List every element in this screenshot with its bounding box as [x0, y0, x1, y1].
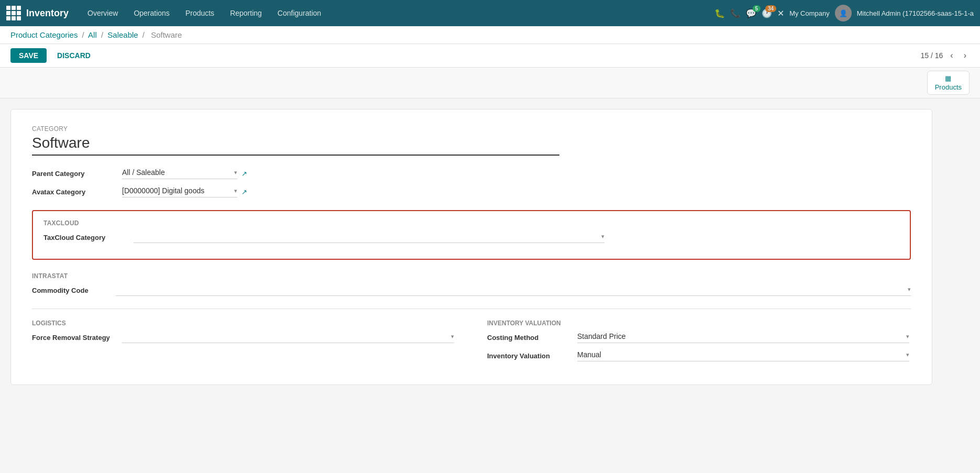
inventory-valuation-title: Inventory Valuation: [487, 320, 911, 327]
updates-badge: 34: [765, 5, 776, 12]
avatax-category-text: [D0000000] Digital goods: [122, 186, 232, 195]
inventory-valuation-value: Manual: [577, 350, 906, 359]
taxcloud-section: TaxCloud TaxCloud Category ▾: [32, 210, 911, 260]
taxcloud-category-label: TaxCloud Category: [43, 234, 127, 241]
breadcrumb-bar: Product Categories / All / Saleable / So…: [0, 26, 980, 44]
main-content: Category Software Parent Category All / …: [0, 98, 943, 395]
record-nav: 15 / 16 ‹ ›: [921, 49, 970, 62]
logistics-title: Logistics: [32, 320, 456, 327]
menu-operations[interactable]: Operations: [126, 6, 177, 20]
clock-icon[interactable]: 🕐 34: [762, 8, 772, 18]
menu-products[interactable]: Products: [178, 6, 222, 20]
force-removal-label: Force Removal Strategy: [32, 334, 116, 342]
costing-method-dropdown-icon: ▾: [906, 333, 909, 340]
prev-record-button[interactable]: ‹: [947, 49, 956, 62]
parent-category-value: All / Saleable ▾ ↗: [122, 168, 247, 179]
menu-overview[interactable]: Overview: [80, 6, 125, 20]
category-section: Category Software: [32, 125, 911, 156]
inventory-valuation-section: Inventory Valuation Costing Method Stand…: [487, 320, 911, 369]
costing-method-value: Standard Price: [577, 332, 906, 340]
username: Mitchell Admin (17102566-saas-15-1-a: [857, 9, 974, 17]
breadcrumb-link-categories[interactable]: Product Categories: [10, 30, 78, 39]
parent-category-label: Parent Category: [32, 170, 116, 178]
chat-icon[interactable]: 💬 5: [746, 8, 756, 18]
taxcloud-category-value: [134, 232, 601, 240]
avatar[interactable]: 👤: [835, 5, 852, 21]
avatax-category-label: Avatax Category: [32, 188, 116, 196]
breadcrumb-current: Software: [151, 30, 182, 39]
parent-category-text: All / Saleable: [122, 168, 232, 177]
commodity-code-row: Commodity Code ▾: [32, 285, 911, 296]
avatax-category-row: Avatax Category [D0000000] Digital goods…: [32, 186, 911, 197]
force-removal-row: Force Removal Strategy ▾: [32, 332, 456, 343]
record-position: 15 / 16: [921, 51, 943, 60]
inventory-valuation-label: Inventory Valuation: [487, 352, 571, 360]
two-col-section: Logistics Force Removal Strategy ▾ Inven…: [32, 320, 911, 369]
products-icon: ▦: [945, 74, 951, 82]
discard-button[interactable]: DISCARD: [53, 48, 95, 63]
topnav-right: 🐛 📞 💬 5 🕐 34 ✕ My Company 👤 Mitchell Adm…: [714, 5, 974, 21]
divider: [32, 309, 911, 309]
force-removal-select[interactable]: ▾: [122, 332, 454, 343]
avatax-external-link[interactable]: ↗: [241, 188, 247, 196]
parent-category-dropdown-icon: ▾: [234, 169, 237, 176]
taxcloud-dropdown-icon: ▾: [601, 233, 604, 240]
breadcrumb-link-saleable[interactable]: Saleable: [107, 30, 138, 39]
inventory-valuation-select[interactable]: Manual ▾: [577, 350, 909, 361]
avatax-category-select[interactable]: [D0000000] Digital goods ▾: [122, 186, 237, 197]
products-label: Products: [935, 83, 962, 91]
force-removal-value: [122, 332, 451, 340]
smart-btn-bar: ▦ Products: [0, 68, 980, 98]
menu-configuration[interactable]: Configuration: [270, 6, 328, 20]
topnav: Inventory Overview Operations Products R…: [0, 0, 980, 26]
save-button[interactable]: SAVE: [10, 48, 47, 63]
topnav-menu: Overview Operations Products Reporting C…: [80, 6, 712, 20]
taxcloud-category-select[interactable]: ▾: [134, 232, 604, 243]
avatax-dropdown-icon: ▾: [234, 188, 237, 194]
avatax-category-value: [D0000000] Digital goods ▾ ↗: [122, 186, 247, 197]
brand-name[interactable]: Inventory: [26, 8, 69, 19]
costing-method-label: Costing Method: [487, 334, 571, 342]
parent-category-external-link[interactable]: ↗: [241, 170, 247, 178]
inventory-valuation-row: Inventory Valuation Manual ▾: [487, 350, 911, 361]
close-icon[interactable]: ✕: [777, 8, 784, 18]
breadcrumb-link-all[interactable]: All: [88, 30, 97, 39]
force-removal-dropdown-icon: ▾: [451, 333, 454, 340]
costing-method-row: Costing Method Standard Price ▾: [487, 332, 911, 343]
category-label: Category: [32, 125, 911, 133]
taxcloud-section-title: TaxCloud: [43, 219, 899, 227]
bug-icon[interactable]: 🐛: [714, 8, 725, 18]
taxcloud-category-row: TaxCloud Category ▾: [43, 232, 899, 243]
apps-icon[interactable]: [6, 6, 21, 20]
products-smart-button[interactable]: ▦ Products: [927, 71, 970, 95]
form-card: Category Software Parent Category All / …: [10, 109, 932, 385]
parent-category-select[interactable]: All / Saleable ▾: [122, 168, 237, 179]
chat-badge: 5: [753, 5, 761, 12]
category-name-field[interactable]: Software: [32, 135, 559, 156]
next-record-button[interactable]: ›: [961, 49, 970, 62]
commodity-code-select[interactable]: ▾: [116, 285, 911, 296]
parent-category-row: Parent Category All / Saleable ▾ ↗: [32, 168, 911, 179]
phone-icon[interactable]: 📞: [730, 8, 741, 18]
inventory-valuation-dropdown-icon: ▾: [906, 351, 909, 358]
intrastat-section-title: Intrastat: [32, 272, 911, 280]
commodity-code-label: Commodity Code: [32, 287, 116, 294]
commodity-code-dropdown-icon: ▾: [908, 286, 911, 293]
menu-reporting[interactable]: Reporting: [223, 6, 269, 20]
intrastat-section: Intrastat Commodity Code ▾: [32, 272, 911, 296]
company-name[interactable]: My Company: [789, 9, 830, 17]
breadcrumb: Product Categories / All / Saleable / So…: [10, 30, 184, 39]
costing-method-select[interactable]: Standard Price ▾: [577, 332, 909, 343]
action-bar: SAVE DISCARD 15 / 16 ‹ ›: [0, 44, 980, 68]
commodity-code-value: [116, 285, 118, 293]
logistics-section: Logistics Force Removal Strategy ▾: [32, 320, 456, 369]
